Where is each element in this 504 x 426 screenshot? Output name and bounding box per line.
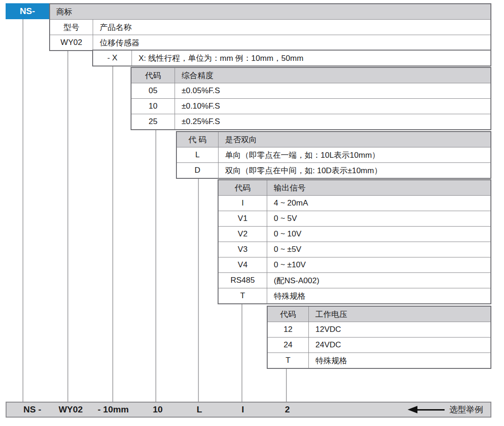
stroke-table: - X X: 线性行程，单位为：mm 例：10mm，50mm <box>92 50 491 66</box>
output-desc: 0 ~ ±10V <box>267 257 490 272</box>
connector-line-accuracy <box>155 129 156 402</box>
ordering-code-diagram: NS- 商标 型号 产品名称 WY02 位移传感器 - X X: 线性行程，单位… <box>0 0 504 426</box>
example-code-voltage: 2 <box>285 404 290 415</box>
example-label: 选型举例 <box>449 404 483 415</box>
connector-line-voltage <box>286 368 287 402</box>
table-row: L 单向（即零点在一端，如：10L表示10mm） <box>177 147 490 162</box>
voltage-desc: 12VDC <box>309 322 490 337</box>
output-desc: 4 ~ 20mA <box>267 196 490 211</box>
output-code: I <box>219 196 267 211</box>
voltage-code: 24 <box>268 338 309 353</box>
model-header-desc: 产品名称 <box>93 20 490 35</box>
accuracy-desc: ±0.25%F.S <box>175 114 490 129</box>
output-code: RS485 <box>219 273 267 288</box>
accuracy-header-code: 代码 <box>131 68 175 83</box>
model-header-code: 型号 <box>50 20 93 35</box>
table-row: 12 12VDC <box>268 322 490 337</box>
voltage-code: T <box>268 353 309 368</box>
output-desc: 特殊规格 <box>267 288 490 303</box>
connector-line-direction <box>198 178 199 402</box>
table-row: T 特殊规格 <box>268 353 490 368</box>
voltage-header-row: 代码 工作电压 <box>268 307 490 322</box>
output-signal-table: 代码 输出信号 I 4 ~ 20mA V1 0 ~ 5V V2 0 ~ 10V … <box>218 179 491 304</box>
example-code-accuracy: 10 <box>153 404 162 415</box>
table-row: V3 0 ~ ±5V <box>219 242 490 257</box>
accuracy-code: 10 <box>131 99 175 114</box>
example-code-model: WY02 <box>58 404 83 415</box>
example-bar: NS - WY02 - 10mm 10 L I 2 选型举例 <box>6 402 491 418</box>
example-code-output: I <box>241 404 244 415</box>
output-desc: 0 ~ 5V <box>267 211 490 226</box>
example-pointer: 选型举例 <box>408 403 483 417</box>
output-desc: 0 ~ 10V <box>267 227 490 242</box>
model-header-row: 型号 产品名称 <box>50 19 490 35</box>
table-row: V4 0 ~ ±10V <box>219 257 490 272</box>
table-row: T 特殊规格 <box>219 288 490 303</box>
output-code: V2 <box>219 227 267 242</box>
voltage-desc: 特殊规格 <box>309 353 490 368</box>
stroke-desc: X: 线性行程，单位为：mm 例：10mm，50mm <box>132 51 490 66</box>
table-row: 05 ±0.05%F.S <box>131 83 490 98</box>
output-code: V3 <box>219 242 267 257</box>
stroke-row: - X X: 线性行程，单位为：mm 例：10mm，50mm <box>93 51 490 66</box>
example-code-direction: L <box>197 404 202 415</box>
output-header-desc: 输出信号 <box>267 180 490 195</box>
accuracy-header-desc: 综合精度 <box>175 68 490 83</box>
voltage-desc: 24VDC <box>309 338 490 353</box>
left-arrow-icon <box>408 406 417 413</box>
accuracy-desc: ±0.10%F.S <box>175 99 490 114</box>
accuracy-desc: ±0.05%F.S <box>175 83 490 98</box>
accuracy-code: 05 <box>131 83 175 98</box>
brand-model-table: 商标 型号 产品名称 WY02 位移传感器 <box>49 3 491 51</box>
example-code-stroke: - 10mm <box>98 404 129 415</box>
table-row: I 4 ~ 20mA <box>219 195 490 211</box>
prefix-box: NS- <box>6 3 49 19</box>
table-row: RS485 (配NS-A002) <box>219 272 490 288</box>
example-code-prefix: NS - <box>23 404 41 415</box>
accuracy-code: 25 <box>131 114 175 129</box>
output-desc: 0 ~ ±5V <box>267 242 490 257</box>
output-code: V4 <box>219 257 267 272</box>
voltage-header-desc: 工作电压 <box>309 307 490 322</box>
table-row: D 双向（即零点在中间，如: 10D表示±10mm） <box>177 162 490 178</box>
voltage-code: 12 <box>268 322 309 337</box>
connector-line-model <box>67 50 68 402</box>
model-value-row: WY02 位移传感器 <box>50 35 490 50</box>
trademark-row: 商标 <box>50 4 490 19</box>
prefix-label: NS- <box>20 6 35 16</box>
direction-code: L <box>177 147 219 162</box>
voltage-header-code: 代码 <box>268 307 309 322</box>
accuracy-header-row: 代码 综合精度 <box>131 68 490 83</box>
trademark-label: 商标 <box>50 4 490 19</box>
connector-line-stroke <box>112 66 113 402</box>
output-code: T <box>219 288 267 303</box>
table-row: V1 0 ~ 5V <box>219 211 490 226</box>
direction-header-code: 代 码 <box>177 132 219 147</box>
direction-desc: 双向（即零点在中间，如: 10D表示±10mm） <box>219 163 490 178</box>
output-header-row: 代码 输出信号 <box>219 180 490 195</box>
direction-header-row: 代 码 是否双向 <box>177 132 490 147</box>
direction-header-desc: 是否双向 <box>219 132 490 147</box>
model-desc: 位移传感器 <box>93 35 490 50</box>
table-row: 25 ±0.25%F.S <box>131 114 490 129</box>
table-row: 10 ±0.10%F.S <box>131 98 490 114</box>
voltage-table: 代码 工作电压 12 12VDC 24 24VDC T 特殊规格 <box>267 306 491 369</box>
connector-line-output <box>241 304 242 402</box>
output-header-code: 代码 <box>219 180 267 195</box>
output-code: V1 <box>219 211 267 226</box>
direction-code: D <box>177 163 219 178</box>
connector-line-prefix <box>22 18 23 402</box>
output-desc: (配NS-A002) <box>267 273 490 288</box>
direction-table: 代 码 是否双向 L 单向（即零点在一端，如：10L表示10mm） D 双向（即… <box>176 131 491 179</box>
accuracy-table: 代码 综合精度 05 ±0.05%F.S 10 ±0.10%F.S 25 ±0.… <box>131 67 491 130</box>
stroke-code: - X <box>93 51 132 66</box>
arrow-shaft-line <box>417 409 445 411</box>
model-code: WY02 <box>50 35 93 50</box>
table-row: 24 24VDC <box>268 337 490 353</box>
direction-desc: 单向（即零点在一端，如：10L表示10mm） <box>219 147 490 162</box>
table-row: V2 0 ~ 10V <box>219 226 490 242</box>
